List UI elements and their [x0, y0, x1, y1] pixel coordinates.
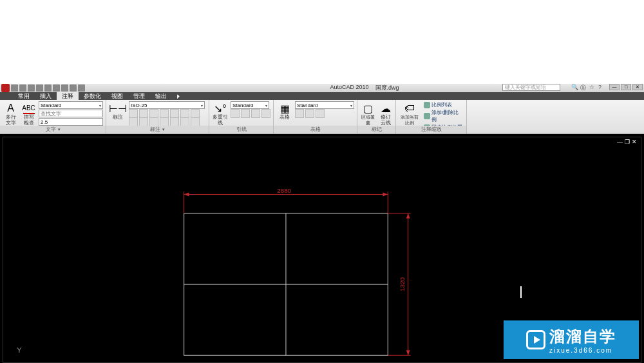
qat-save-icon[interactable] — [28, 84, 35, 92]
subscription-icon[interactable]: Ⓢ — [580, 84, 587, 91]
panel-markup: ▢ 区域覆盖 ☁︎ 修订 云线 标记 — [357, 100, 396, 133]
dim-v-value: 1320 — [399, 277, 406, 291]
ribbon-tabs: 常用 插入 注释 参数化 视图 管理 输出 ⏵ — [0, 92, 644, 100]
text-cursor — [520, 286, 522, 298]
dim-diameter-icon[interactable] — [180, 109, 189, 118]
help-icon[interactable]: ? — [598, 84, 605, 91]
dim-v-arrow1 — [406, 213, 410, 219]
panel-title-table[interactable]: 表格 — [274, 126, 357, 133]
leader-collect-icon[interactable] — [261, 109, 270, 118]
scale-icon: 🏷 — [404, 103, 415, 114]
panel-dimension: ⊢⊣ 标注 ISO-25▾ — [106, 100, 209, 133]
dim-h-arrow2 — [383, 193, 388, 197]
qat-icon-7[interactable] — [61, 84, 68, 92]
text-style-combo[interactable]: Standard▾ — [39, 101, 103, 109]
dim-tools-row2 — [129, 118, 205, 126]
dim-angular-icon[interactable] — [149, 109, 158, 118]
qat-open-icon[interactable] — [19, 84, 26, 92]
qat-icon-8[interactable] — [70, 84, 77, 92]
qat-new-icon[interactable] — [11, 84, 18, 92]
table-style-combo[interactable]: Standard▾ — [295, 101, 354, 109]
panel-text: A 多行 文字 ABC 拼写 检查 Standard▾ 文字▾ — [0, 100, 106, 133]
find-text-input[interactable] — [39, 110, 103, 117]
scale-links: 比例列表 添加/删除比例 同步比例位置 — [422, 101, 464, 126]
list-icon — [424, 102, 430, 108]
scale-adddel-link[interactable]: 添加/删除比例 — [424, 109, 464, 123]
dim-v-arrow2 — [406, 350, 410, 355]
ucs-y-label: Y — [17, 346, 21, 354]
panel-leader: ↘︎° 多重引线 Standard▾ 引线 — [209, 100, 274, 133]
dim-break-icon[interactable] — [129, 117, 138, 126]
table-button[interactable]: ▦ 表格 — [276, 101, 293, 126]
restore-button[interactable]: □ — [621, 84, 631, 90]
qat-redo-icon[interactable] — [44, 84, 52, 92]
infocenter-icons: 🔍 Ⓢ ☆ ? — [571, 84, 605, 91]
leader-style-combo[interactable]: Standard▾ — [231, 101, 269, 109]
window-controls: — □ ✕ — [609, 84, 643, 90]
revcloud-button[interactable]: ☁︎ 修订 云线 — [379, 101, 393, 126]
leader-remove-icon[interactable] — [241, 109, 250, 118]
scale-list-link[interactable]: 比例列表 — [424, 101, 464, 108]
dim-inspect-icon[interactable] — [170, 117, 179, 126]
wipeout-button[interactable]: ▢ 区域覆盖 — [360, 101, 377, 126]
table-extract-icon[interactable] — [295, 109, 304, 118]
app-icon[interactable] — [1, 84, 10, 92]
panel-table: ▦ 表格 Standard▾ 表格 — [274, 100, 357, 133]
spellcheck-icon: ABC — [23, 103, 35, 114]
panel-title-leader[interactable]: 引线 — [209, 126, 273, 133]
panel-title-dimension[interactable]: 标注▾ — [106, 126, 209, 133]
leader-align-icon[interactable] — [251, 109, 260, 118]
table-download-icon[interactable] — [316, 109, 325, 118]
dimension-button[interactable]: ⊢⊣ 标注 — [109, 101, 127, 126]
dim-jogged-icon[interactable] — [191, 109, 200, 118]
text-icon: A — [5, 103, 17, 114]
leader-add-icon[interactable] — [231, 109, 240, 118]
minimize-button[interactable]: — — [609, 84, 620, 90]
dim-h-value: 2880 — [277, 187, 291, 194]
table-icon: ▦ — [279, 103, 290, 114]
comm-icon[interactable]: ☆ — [589, 84, 596, 91]
wipeout-icon: ▢ — [363, 103, 374, 114]
infocenter-search[interactable]: 键入关键字或短语 — [502, 84, 560, 91]
dim-space-icon[interactable] — [139, 117, 148, 126]
add-current-scale-button[interactable]: 🏷 添加当前 比例 — [399, 101, 421, 126]
multileader-button[interactable]: ↘︎° 多重引线 — [212, 101, 229, 126]
adddel-icon — [424, 113, 430, 119]
table-link-icon[interactable] — [305, 109, 314, 118]
panel-scale: 🏷 添加当前 比例 比例列表 添加/删除比例 同步比例位置 注释缩放 — [396, 100, 467, 133]
qat-icon-9[interactable] — [78, 84, 85, 92]
tabs-expand-icon[interactable]: ⏵ — [172, 93, 182, 99]
dim-radius-icon[interactable] — [170, 109, 179, 118]
watermark-badge: 溜溜自学 zixue.3d66.com — [504, 320, 639, 359]
play-icon — [526, 330, 545, 349]
search-icon[interactable]: 🔍 — [571, 84, 578, 91]
close-button[interactable]: ✕ — [632, 84, 643, 90]
dim-linear-icon[interactable] — [129, 109, 138, 118]
dim-tools-row1 — [129, 110, 205, 117]
dim-update-icon[interactable] — [180, 117, 189, 126]
leader-icon: ↘︎° — [214, 103, 226, 114]
dim-tol-icon[interactable] — [149, 117, 158, 126]
dim-center-icon[interactable] — [160, 117, 169, 126]
dimension-icon: ⊢⊣ — [112, 103, 124, 114]
drawing-area[interactable]: — ❐ ✕ 2880 1320 Y 模型·布局 — [0, 134, 644, 363]
panel-title-markup[interactable]: 标记 — [357, 126, 395, 133]
dim-oblique-icon[interactable] — [191, 117, 200, 126]
dim-arc-icon[interactable] — [160, 109, 169, 118]
dim-h-arrow1 — [184, 193, 189, 197]
qat-undo-icon[interactable] — [36, 84, 43, 92]
ribbon: A 多行 文字 ABC 拼写 检查 Standard▾ 文字▾ ⊢⊣ 标注 IS… — [0, 100, 644, 134]
multiline-text-button[interactable]: A 多行 文字 — [3, 101, 19, 126]
panel-title-scale[interactable]: 注释缩放 — [396, 126, 466, 133]
file-name: 国度.dwg — [375, 84, 399, 92]
app-name: AutoCAD 2010 — [330, 84, 368, 92]
qat-print-icon[interactable] — [53, 84, 60, 92]
watermark-url: zixue.3d66.com — [549, 347, 612, 354]
revcloud-icon: ☁︎ — [380, 103, 392, 114]
dim-style-combo[interactable]: ISO-25▾ — [129, 101, 205, 109]
dim-aligned-icon[interactable] — [139, 109, 148, 118]
text-height-input[interactable] — [39, 118, 103, 126]
spellcheck-button[interactable]: ABC 拼写 检查 — [21, 101, 37, 126]
panel-title-text[interactable]: 文字▾ — [0, 126, 106, 133]
watermark-title: 溜溜自学 — [549, 326, 616, 347]
